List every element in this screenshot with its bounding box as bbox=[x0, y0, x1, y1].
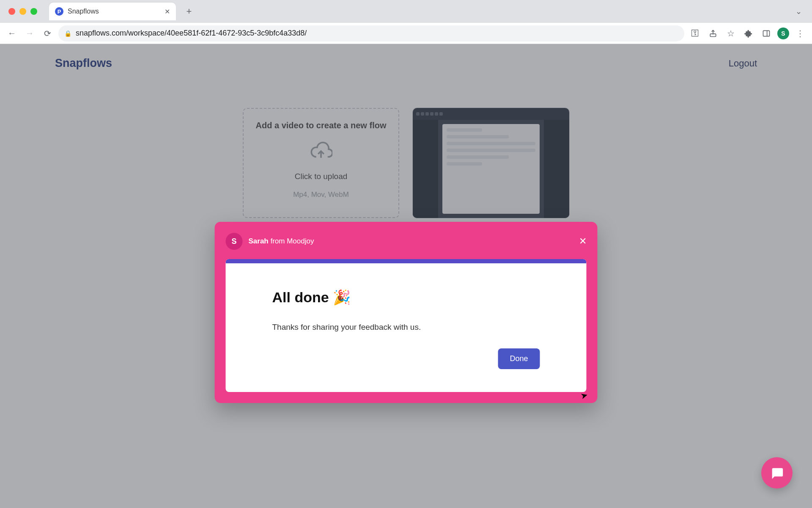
modal-card: All done 🎉 Thanks for sharing your feedb… bbox=[226, 259, 587, 392]
sender-avatar: S bbox=[226, 233, 243, 250]
sidepanel-icon[interactable] bbox=[760, 27, 773, 40]
share-icon[interactable] bbox=[706, 27, 720, 40]
chat-icon bbox=[770, 466, 784, 480]
modal-body-text: Thanks for sharing your feedback with us… bbox=[272, 323, 540, 332]
browser-chrome: P Snapflows ✕ + ⌄ ← → ⟳ 🔒 snapflows.com/… bbox=[0, 0, 812, 44]
back-button[interactable]: ← bbox=[5, 27, 19, 40]
modal-title: All done 🎉 bbox=[272, 289, 540, 306]
feedback-modal: S Sarah from Moodjoy ✕ All done 🎉 Thanks… bbox=[215, 222, 598, 403]
new-tab-button[interactable]: + bbox=[184, 6, 195, 17]
tab-close-icon[interactable]: ✕ bbox=[165, 8, 170, 16]
modal-header: S Sarah from Moodjoy ✕ bbox=[226, 233, 587, 250]
window-controls bbox=[8, 8, 37, 15]
sender-suffix: from Moodjoy bbox=[269, 237, 314, 245]
sender-name: Sarah bbox=[249, 237, 269, 245]
extensions-puzzle-icon[interactable] bbox=[742, 27, 755, 40]
done-button[interactable]: Done bbox=[498, 348, 540, 369]
close-icon[interactable]: ✕ bbox=[579, 236, 587, 247]
minimize-window-icon[interactable] bbox=[19, 8, 26, 15]
maximize-window-icon[interactable] bbox=[30, 8, 37, 15]
browser-tab[interactable]: P Snapflows ✕ bbox=[49, 3, 176, 20]
reload-button[interactable]: ⟳ bbox=[41, 27, 54, 40]
profile-avatar[interactable]: S bbox=[777, 28, 789, 39]
bookmark-star-icon[interactable]: ☆ bbox=[724, 27, 738, 40]
tabs-overflow-icon[interactable]: ⌄ bbox=[796, 7, 802, 16]
url-text: snapflows.com/workspace/40ee581f-62f1-46… bbox=[76, 29, 307, 38]
sender-line: Sarah from Moodjoy bbox=[249, 237, 314, 246]
address-bar[interactable]: 🔒 snapflows.com/workspace/40ee581f-62f1-… bbox=[58, 25, 684, 41]
tab-strip: P Snapflows ✕ + ⌄ bbox=[0, 0, 812, 23]
tab-title: Snapflows bbox=[68, 8, 160, 15]
forward-button[interactable]: → bbox=[23, 27, 36, 40]
page: Snapflows Logout Add a video to create a… bbox=[0, 44, 812, 508]
kebab-menu-icon[interactable]: ⋮ bbox=[793, 27, 807, 40]
close-window-icon[interactable] bbox=[8, 8, 15, 15]
password-key-icon[interactable]: ⚿ bbox=[689, 27, 702, 40]
intercom-launcher[interactable] bbox=[761, 457, 793, 489]
modal-content: All done 🎉 Thanks for sharing your feedb… bbox=[226, 263, 587, 392]
modal-accent-bar bbox=[226, 259, 587, 263]
browser-toolbar: ← → ⟳ 🔒 snapflows.com/workspace/40ee581f… bbox=[0, 23, 812, 44]
lock-icon: 🔒 bbox=[64, 30, 71, 37]
svg-rect-1 bbox=[763, 30, 770, 36]
favicon-icon: P bbox=[55, 7, 63, 16]
